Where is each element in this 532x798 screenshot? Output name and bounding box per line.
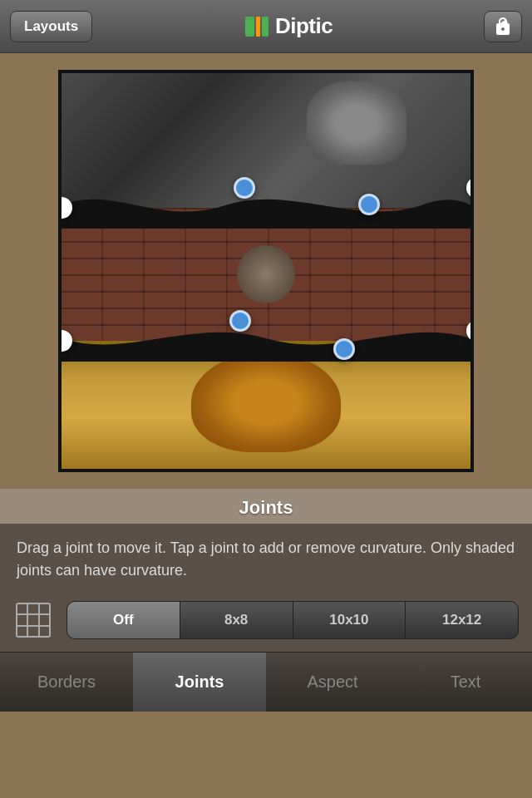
svg-rect-2: [262, 17, 268, 37]
joint-5[interactable]: [229, 310, 251, 332]
joint-1[interactable]: [234, 177, 255, 199]
divider-top: [62, 186, 470, 229]
canvas-area: [0, 53, 532, 489]
tab-joints[interactable]: Joints: [133, 653, 266, 712]
tab-aspect[interactable]: Aspect: [266, 653, 399, 712]
app-header: Layouts Diptic: [0, 0, 532, 53]
app-logo: Diptic: [244, 13, 332, 40]
svg-rect-3: [17, 603, 50, 637]
layouts-button[interactable]: Layouts: [10, 11, 92, 42]
divider-bottom: [62, 319, 470, 362]
grid-8x8-button[interactable]: 8x8: [180, 602, 293, 638]
joint-3[interactable]: [358, 194, 380, 215]
grid-button-group: Off 8x8 10x10 12x12: [66, 601, 519, 639]
svg-rect-1: [256, 17, 260, 37]
joint-7[interactable]: [333, 338, 355, 360]
share-button[interactable]: [484, 11, 522, 42]
info-description: Drag a joint to move it. Tap a joint to …: [17, 539, 515, 579]
tab-bar: Borders Joints Aspect Text: [0, 652, 532, 712]
tab-borders[interactable]: Borders: [0, 653, 133, 712]
grid-controls: Off 8x8 10x10 12x12: [0, 592, 532, 652]
collage-frame[interactable]: [58, 70, 474, 472]
grid-svg: [15, 602, 52, 638]
share-icon: [493, 17, 513, 37]
tab-text[interactable]: Text: [399, 653, 532, 712]
grid-12x12-button[interactable]: 12x12: [406, 602, 518, 638]
grid-off-button[interactable]: Off: [67, 602, 180, 638]
panels-title: Joints: [239, 497, 293, 518]
panels-section: Joints: [0, 489, 532, 524]
grid-10x10-button[interactable]: 10x10: [293, 602, 406, 638]
logo-icon: [244, 13, 270, 40]
grid-icon: [13, 600, 53, 640]
svg-rect-0: [245, 17, 254, 37]
info-section: Drag a joint to move it. Tap a joint to …: [0, 524, 532, 592]
logo-text: Diptic: [275, 13, 332, 39]
